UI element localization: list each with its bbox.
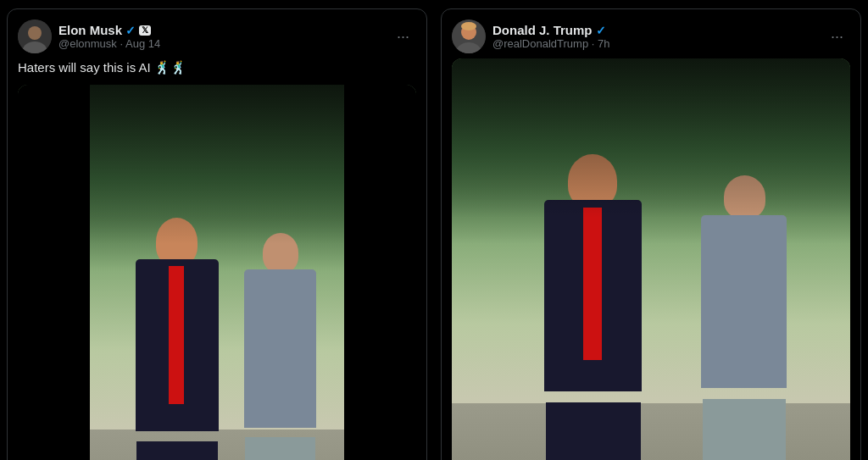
verified-badge-2: ✓ — [596, 24, 606, 37]
tweet-header-left-1: Elon Musk ✓ 𝕏 @elonmusk · Aug 14 — [18, 19, 160, 53]
user-handle-time-2: @realDonaldTrump · 7h — [492, 37, 609, 50]
tweet-card-1: Elon Musk ✓ 𝕏 @elonmusk · Aug 14 ··· Hat… — [7, 8, 427, 460]
video-container-1[interactable]: 0:16 — [18, 85, 416, 460]
separator-2: · — [592, 37, 598, 50]
user-name-2[interactable]: Donald J. Trump — [492, 23, 593, 37]
avatar-2[interactable] — [452, 19, 486, 53]
tweet-feed: Elon Musk ✓ 𝕏 @elonmusk · Aug 14 ··· Hat… — [0, 0, 868, 460]
figure-right-2 — [679, 175, 810, 460]
scene-2 — [452, 58, 850, 460]
tweet-card-2: Donald J. Trump ✓ @realDonaldTrump · 7h … — [441, 8, 861, 460]
svg-point-10 — [461, 22, 476, 30]
user-name-1[interactable]: Elon Musk — [58, 23, 122, 37]
gradient-top-1 — [18, 85, 416, 244]
user-info-1: Elon Musk ✓ 𝕏 @elonmusk · Aug 14 — [58, 23, 160, 50]
tweet-header-2: Donald J. Trump ✓ @realDonaldTrump · 7h … — [452, 19, 850, 53]
figure-right-1 — [225, 233, 337, 460]
x-badge-1: 𝕏 — [139, 25, 151, 36]
figure-left-1 — [118, 218, 237, 460]
user-info-2: Donald J. Trump ✓ @realDonaldTrump · 7h — [492, 23, 609, 50]
user-handle-1[interactable]: @elonmusk — [58, 37, 117, 50]
user-name-row-1: Elon Musk ✓ 𝕏 — [58, 23, 160, 37]
scene-1 — [18, 85, 416, 460]
more-button-2[interactable]: ··· — [824, 25, 850, 49]
tweet-time-2: 7h — [598, 37, 609, 50]
tweet-header-left-2: Donald J. Trump ✓ @realDonaldTrump · 7h — [452, 19, 609, 53]
tweet-text-1: Haters will say this is AI 🕺🕺 — [18, 58, 416, 76]
video-container-2[interactable]: 0:19 — [452, 58, 850, 460]
tweet-time-1: Aug 14 — [125, 37, 160, 50]
tweet-header-1: Elon Musk ✓ 𝕏 @elonmusk · Aug 14 ··· — [18, 19, 416, 53]
avatar-1[interactable] — [18, 19, 52, 53]
svg-point-1 — [28, 26, 42, 40]
user-handle-2[interactable]: @realDonaldTrump — [492, 37, 588, 50]
user-name-row-2: Donald J. Trump ✓ — [492, 23, 609, 37]
more-button-1[interactable]: ··· — [390, 25, 416, 49]
user-handle-time-1: @elonmusk · Aug 14 — [58, 37, 160, 50]
verified-badge-1: ✓ — [125, 24, 136, 37]
gradient-top-2 — [452, 58, 850, 218]
